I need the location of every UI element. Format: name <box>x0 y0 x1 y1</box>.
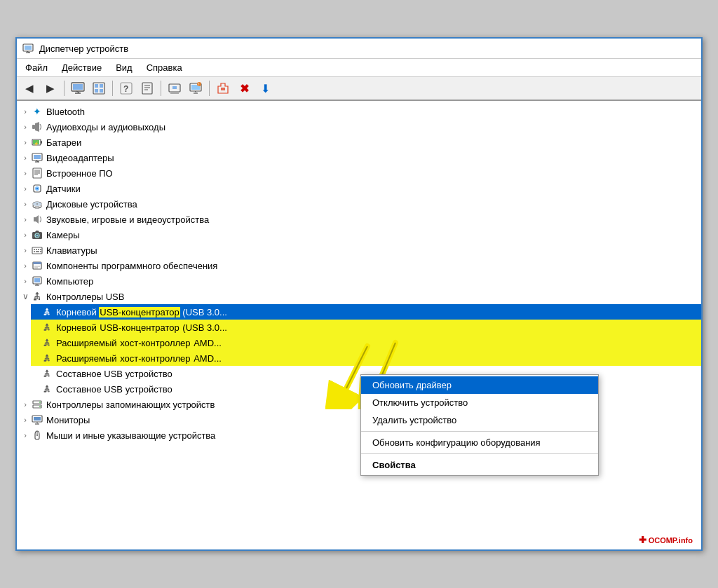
tree-item-sensors[interactable]: › Датчики <box>17 181 701 196</box>
ctx-update-driver[interactable]: Обновить драйвер <box>361 376 598 394</box>
tree-item-firmware[interactable]: › Встроенное ПО <box>17 165 701 181</box>
scan-button[interactable] <box>165 79 184 97</box>
svg-point-111 <box>48 390 50 392</box>
expand-usb-amd1 <box>34 337 41 348</box>
expand-usb[interactable]: ∨ <box>20 291 31 302</box>
disk-icon <box>31 198 43 210</box>
tree-item-audio[interactable]: › Аудиовходы и аудиовыходы <box>17 119 701 135</box>
svg-point-105 <box>48 375 50 376</box>
tree-item-keyboard[interactable]: › Клавиатуры <box>17 242 701 258</box>
tree-item-camera[interactable]: › Камеры <box>17 227 701 242</box>
expand-disk[interactable]: › <box>20 198 31 210</box>
svg-point-114 <box>39 402 41 403</box>
expand-camera[interactable]: › <box>20 229 31 240</box>
disk-label: Дисковые устройства <box>46 199 137 210</box>
uninstall-button[interactable] <box>213 79 233 97</box>
expand-sound[interactable]: › <box>20 214 31 225</box>
svg-rect-56 <box>36 249 37 250</box>
remove-button[interactable]: ✖ <box>234 79 254 97</box>
camera-label: Камеры <box>46 230 80 240</box>
tree-item-usb-amd2[interactable]: Расширяемый хост-контроллер AMD... <box>31 350 701 366</box>
computer-label: Компьютер <box>46 276 93 287</box>
usb-icon <box>31 290 43 303</box>
watermark: ✚ OCOMP.info <box>636 533 696 547</box>
tree-item-computer[interactable]: › Компьютер <box>17 273 701 289</box>
expand-battery[interactable]: › <box>20 137 31 148</box>
storage-icon <box>31 398 43 411</box>
expand-firmware[interactable]: › <box>20 167 31 179</box>
svg-rect-72 <box>34 299 36 301</box>
svg-text:?: ? <box>123 84 128 94</box>
expand-computer[interactable]: › <box>20 275 31 287</box>
expand-video[interactable]: › <box>20 152 31 163</box>
list-button[interactable] <box>89 79 109 97</box>
tree-item-usb[interactable]: ∨ Контроллеры USB <box>17 289 701 304</box>
sensor-icon <box>31 182 43 195</box>
help-button[interactable]: ? <box>116 79 136 97</box>
title-bar: Диспетчер устройств <box>17 39 701 59</box>
tree-item-usb-amd1[interactable]: Расширяемый хост-контроллер AMD... <box>31 335 701 350</box>
battery-icon: ⚡ <box>31 136 43 149</box>
watermark-icon: ✚ <box>639 535 646 545</box>
device-tree[interactable]: › ✦ Bluetooth › Аудиовходы и аудиовыходы <box>17 101 701 549</box>
bluetooth-icon: ✦ <box>31 105 43 118</box>
expand-software[interactable]: › <box>20 260 31 271</box>
expand-sensors[interactable]: › <box>20 183 31 194</box>
video-icon <box>31 151 43 164</box>
forward-button[interactable]: ▶ <box>41 79 60 97</box>
usb-composite2-icon <box>41 383 53 395</box>
expand-keyboard[interactable]: › <box>20 245 31 256</box>
tree-item-sound[interactable]: › Звуковые, игровые и видеоустройства <box>17 212 701 227</box>
toolbar-separator-1 <box>64 81 65 96</box>
tree-item-usb-hub2[interactable]: Корневой USB-концентратор (USB 3.0... <box>31 320 701 335</box>
ctx-disable-device[interactable]: Отключить устройство <box>361 394 598 411</box>
ctx-scan-hardware[interactable]: Обновить конфигурацию оборудования <box>361 434 598 451</box>
menu-help[interactable]: Справка <box>141 60 188 75</box>
mouse-icon <box>31 429 43 442</box>
toolbar: ◀ ▶ ? <box>17 77 701 101</box>
svg-rect-15 <box>142 83 152 94</box>
expand-usb-amd2 <box>34 353 41 364</box>
toolbar-separator-2 <box>112 81 113 96</box>
update-button[interactable]: ⬇ <box>255 79 275 97</box>
battery-label: Батареи <box>46 137 81 148</box>
device-manager-window: Диспетчер устройств Файл Действие Вид Сп… <box>15 37 703 551</box>
svg-rect-84 <box>44 329 47 331</box>
svg-rect-9 <box>95 84 98 88</box>
properties-button[interactable] <box>137 79 157 97</box>
menu-view[interactable]: Вид <box>110 60 138 75</box>
usb-hub2-icon <box>41 321 53 334</box>
svg-rect-60 <box>36 251 39 252</box>
menu-file[interactable]: Файл <box>20 60 53 75</box>
expand-storage[interactable]: › <box>20 399 31 410</box>
svg-rect-10 <box>100 84 103 88</box>
expand-mouse[interactable]: › <box>20 430 31 441</box>
svg-rect-1 <box>25 46 32 50</box>
tree-item-battery[interactable]: › ⚡ Батареи <box>17 135 701 150</box>
expand-audio[interactable]: › <box>20 121 31 132</box>
window-title: Диспетчер устройств <box>39 43 128 54</box>
usb-amd1-label: Расширяемый хост-контроллер AMD... <box>56 338 222 348</box>
svg-rect-63 <box>33 262 41 264</box>
toolbar-separator-3 <box>161 81 161 96</box>
expand-bluetooth[interactable]: › <box>20 106 31 117</box>
tree-item-software[interactable]: › Компоненты программного обеспечения <box>17 258 701 273</box>
svg-rect-55 <box>34 249 35 250</box>
device-manager-button[interactable] <box>68 79 88 97</box>
ctx-uninstall-device[interactable]: Удалить устройство <box>361 411 598 429</box>
menu-action[interactable]: Действие <box>56 60 107 75</box>
tree-item-bluetooth[interactable]: › ✦ Bluetooth <box>17 104 701 119</box>
sensors-label: Датчики <box>46 184 81 194</box>
expand-monitor[interactable]: › <box>20 414 31 425</box>
monitor-button[interactable]: ! <box>186 79 205 97</box>
tree-item-usb-hub1[interactable]: Корневой USB-концентратор (USB 3.0... <box>31 304 701 320</box>
window-icon <box>22 43 34 54</box>
tree-item-video[interactable]: › Видеоадаптеры <box>17 150 701 165</box>
tree-item-disk[interactable]: › Дисковые устройства <box>17 196 701 212</box>
content-area: › ✦ Bluetooth › Аудиовходы и аудиовыходы <box>17 101 701 549</box>
svg-point-53 <box>36 235 39 237</box>
monitor-label: Мониторы <box>46 415 90 425</box>
back-button[interactable]: ◀ <box>20 79 39 97</box>
ctx-properties[interactable]: Свойства <box>361 456 598 474</box>
svg-rect-5 <box>73 84 83 90</box>
